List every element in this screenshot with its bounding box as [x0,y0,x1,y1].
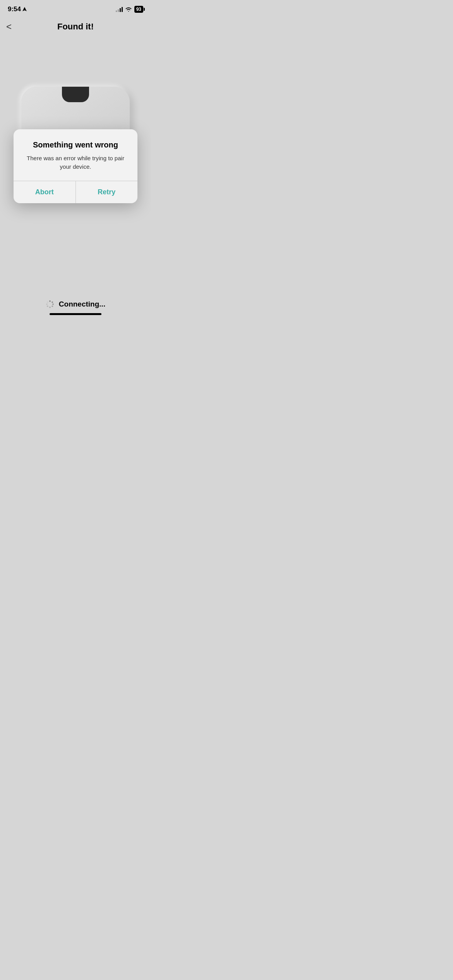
home-indicator [50,313,101,315]
status-bar: 9:54 93 [0,0,151,17]
retry-button[interactable]: Retry [76,181,138,203]
svg-point-5 [47,305,48,307]
svg-point-2 [52,303,54,305]
status-icons: 93 [116,6,143,13]
time-display: 9:54 [8,5,21,13]
svg-point-4 [49,307,51,308]
abort-button[interactable]: Abort [14,181,76,203]
back-button[interactable]: < [6,21,12,32]
dialog-title: Something went wrong [23,140,128,149]
error-dialog: Something went wrong There was an error … [14,129,137,203]
svg-point-0 [49,300,51,302]
svg-point-7 [47,301,48,303]
loading-spinner-icon [46,300,54,308]
svg-point-6 [46,303,48,305]
location-icon [22,7,27,12]
battery-level: 93 [136,7,141,12]
svg-point-1 [51,301,53,303]
page-title: Found it! [57,22,94,32]
signal-icon [116,7,123,12]
dialog-content: Something went wrong There was an error … [14,129,137,181]
wifi-icon [125,7,132,12]
connecting-text: Connecting... [59,300,105,308]
dialog-overlay: Something went wrong There was an error … [0,36,151,296]
nav-bar: < Found it! [0,17,151,36]
svg-point-3 [51,305,53,307]
bottom-area: Connecting... [0,296,151,327]
connecting-row: Connecting... [46,300,105,308]
dialog-message: There was an error while trying to pair … [23,154,128,171]
status-time: 9:54 [8,5,27,13]
dialog-actions: Abort Retry [14,181,137,203]
content-area: Something went wrong There was an error … [0,36,151,296]
battery-icon: 93 [134,6,143,13]
